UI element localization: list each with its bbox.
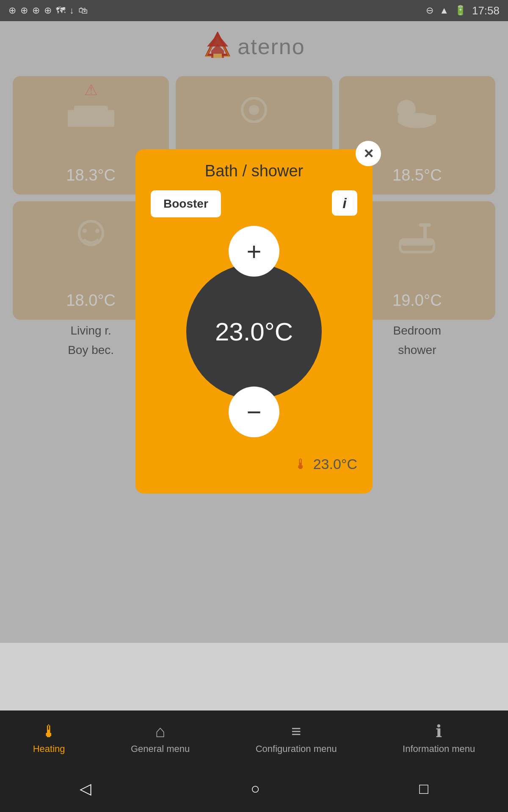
android-nav-bar: ◁ ○ □	[0, 765, 508, 812]
nav-item-info[interactable]: ℹ Information menu	[403, 721, 475, 754]
home-button[interactable]: ○	[251, 780, 260, 798]
general-nav-icon: ⌂	[155, 722, 166, 741]
nav-item-config[interactable]: ≡ Configuration menu	[256, 722, 337, 754]
modal-close-button[interactable]: ✕	[356, 141, 381, 166]
config-nav-label: Configuration menu	[256, 743, 337, 754]
modal-header-row: Booster i	[151, 190, 357, 217]
current-temperature: 23.0°C	[313, 456, 357, 472]
bottom-nav: 🌡 Heating ⌂ General menu ≡ Configuration…	[0, 710, 508, 765]
temp-control: + 23.0°C −	[186, 226, 322, 437]
general-nav-label: General menu	[131, 743, 190, 754]
booster-button[interactable]: Booster	[151, 190, 221, 217]
heating-nav-label: Heating	[33, 743, 65, 754]
nav-item-general[interactable]: ⌂ General menu	[131, 722, 190, 754]
modal-title: Bath / shower	[205, 162, 303, 180]
temp-display-circle: 23.0°C	[186, 264, 322, 399]
thermometer-icon: 🌡	[294, 456, 308, 472]
config-nav-icon: ≡	[291, 722, 301, 741]
info-nav-label: Information menu	[403, 743, 475, 754]
temp-decrease-button[interactable]: −	[229, 387, 279, 437]
back-button[interactable]: ◁	[80, 780, 91, 798]
current-temp-reading: 🌡 23.0°C	[294, 456, 357, 472]
set-temperature: 23.0°C	[215, 317, 293, 346]
info-nav-icon: ℹ	[436, 721, 442, 741]
heating-nav-icon: 🌡	[41, 722, 58, 741]
modal-overlay: ✕ Bath / shower Booster i + 23.0°C − 🌡 2…	[0, 0, 508, 643]
nav-item-heating[interactable]: 🌡 Heating	[33, 722, 65, 754]
temp-increase-button[interactable]: +	[229, 226, 279, 277]
bath-shower-modal: ✕ Bath / shower Booster i + 23.0°C − 🌡 2…	[135, 149, 373, 494]
info-button[interactable]: i	[332, 190, 357, 216]
recent-button[interactable]: □	[419, 780, 428, 798]
